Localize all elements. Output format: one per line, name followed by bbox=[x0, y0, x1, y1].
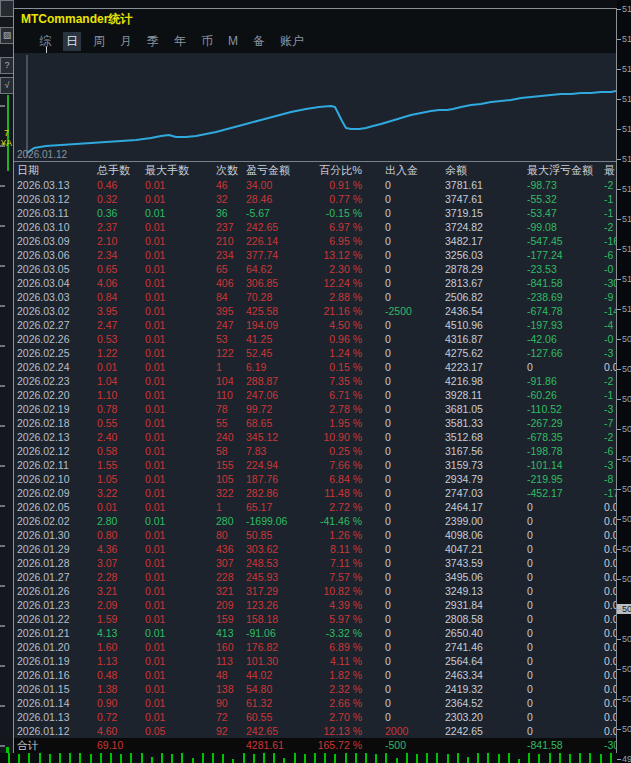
table-row[interactable]: 2026.02.022.800.01280-1699.06-41.46 %023… bbox=[14, 514, 616, 528]
table-row[interactable]: 2026.02.093.220.01322282.8611.48 %02747.… bbox=[14, 486, 616, 500]
grid-dash bbox=[0, 225, 5, 227]
cell: 1.55 bbox=[97, 458, 117, 472]
table-row[interactable]: 2026.03.130.460.014634.000.91 %03781.61-… bbox=[14, 178, 616, 192]
cell: -0.15 % bbox=[308, 206, 362, 220]
cell: 317.29 bbox=[246, 584, 278, 598]
cell: 2.80 bbox=[97, 514, 117, 528]
table-row[interactable]: 2026.01.272.280.01228245.937.57 %03495.0… bbox=[14, 570, 616, 584]
price-scale[interactable]: 5151515151515151515151505050505050505050… bbox=[617, 0, 631, 763]
table-row[interactable]: 2026.01.191.130.01113101.304.11 %02564.6… bbox=[14, 654, 616, 668]
table-row[interactable]: 2026.02.251.220.0112252.451.24 %04275.62… bbox=[14, 346, 616, 360]
table-row[interactable]: 2026.01.160.480.014844.021.82 %02463.340… bbox=[14, 668, 616, 682]
cell: 436 bbox=[216, 542, 234, 556]
equity-chart[interactable]: 2026.01.12 bbox=[14, 53, 616, 162]
cell: 0 bbox=[527, 654, 533, 668]
grid-dash bbox=[0, 465, 5, 467]
cell: -53.47 bbox=[527, 206, 557, 220]
cell: 2.72 % bbox=[308, 500, 362, 514]
cell: 228 bbox=[216, 570, 234, 584]
cell: 0 bbox=[385, 192, 391, 206]
cell: 0.01 bbox=[145, 388, 165, 402]
table-row[interactable]: 2026.01.130.720.017260.552.70 %02303.200… bbox=[14, 710, 616, 724]
table-row[interactable]: 2026.03.044.060.01406306.8512.24 %02813.… bbox=[14, 276, 616, 290]
toolbar-fragment-icon[interactable] bbox=[0, 0, 14, 17]
pattern-icon[interactable]: ▨ bbox=[0, 27, 14, 44]
cell: 2026.01.16 bbox=[17, 668, 70, 682]
price-tick: 50 bbox=[617, 334, 631, 344]
table-row[interactable]: 2026.02.101.050.01105187.766.84 %02934.7… bbox=[14, 472, 616, 486]
volume-bar bbox=[406, 753, 408, 763]
cell: 0 bbox=[385, 430, 391, 444]
table-row[interactable]: 2026.01.283.070.01307248.537.11 %03743.5… bbox=[14, 556, 616, 570]
table-row[interactable]: 2026.02.190.780.017899.722.78 %03681.05-… bbox=[14, 402, 616, 416]
tab-综[interactable]: 综 bbox=[36, 32, 54, 51]
panel-titlebar[interactable]: MTCommander统计 bbox=[14, 9, 616, 29]
cell: 2026.02.05 bbox=[17, 500, 70, 514]
table-row[interactable]: 2026.02.180.550.015568.651.95 %03581.33-… bbox=[14, 416, 616, 430]
table-row[interactable]: 2026.01.124.600.0592242.6512.13 %2000224… bbox=[14, 724, 616, 738]
help-icon[interactable]: ? bbox=[0, 57, 14, 74]
tab-日[interactable]: 日 bbox=[63, 32, 81, 51]
tab-币[interactable]: 币 bbox=[198, 32, 216, 51]
table-row[interactable]: 2026.03.062.340.01234377.7413.12 %03256.… bbox=[14, 248, 616, 262]
cell: 2026.01.13 bbox=[17, 710, 70, 724]
cell: 4316.87 bbox=[445, 332, 483, 346]
tab-账户[interactable]: 账户 bbox=[277, 32, 307, 51]
table-row[interactable]: 2026.01.221.590.01159158.185.97 %02808.5… bbox=[14, 612, 616, 626]
cell: 0.0 bbox=[604, 584, 616, 598]
table-row[interactable]: 2026.03.110.360.0136-5.67-0.15 %03719.15… bbox=[14, 206, 616, 220]
cell: 322 bbox=[216, 486, 234, 500]
cell: 盈亏金额 bbox=[246, 162, 290, 178]
cell: 2026.03.11 bbox=[17, 206, 69, 220]
grid-dash bbox=[0, 585, 5, 587]
table-row[interactable]: 2026.02.120.580.01587.830.25 %03167.56-1… bbox=[14, 444, 616, 458]
cell: 0.55 bbox=[97, 416, 117, 430]
table-row[interactable]: 2026.02.272.470.01247194.094.50 %04510.9… bbox=[14, 318, 616, 332]
cell: 123.26 bbox=[246, 598, 278, 612]
table-row[interactable]: 2026.02.050.010.01165.172.72 %02464.1700… bbox=[14, 500, 616, 514]
cell: 0.01 bbox=[145, 248, 165, 262]
cell: 248.53 bbox=[246, 556, 278, 570]
tab-年[interactable]: 年 bbox=[171, 32, 189, 51]
table-row[interactable]: 2026.02.260.530.015341.250.96 %04316.87-… bbox=[14, 332, 616, 346]
cell: 2399.00 bbox=[445, 514, 483, 528]
table-row[interactable]: 2026.01.214.130.01413-91.06-3.32 %02650.… bbox=[14, 626, 616, 640]
cell: 0.32 bbox=[97, 192, 117, 206]
cell: 0.01 bbox=[145, 598, 165, 612]
tab-月[interactable]: 月 bbox=[117, 32, 135, 51]
cell: 21.16 % bbox=[308, 304, 362, 318]
cell: 1.60 bbox=[97, 640, 117, 654]
check-icon[interactable]: √ bbox=[0, 77, 14, 94]
table-row[interactable]: 2026.01.300.800.018050.851.26 %04098.060… bbox=[14, 528, 616, 542]
table-row[interactable]: 2026.02.231.040.01104288.877.35 %04216.9… bbox=[14, 374, 616, 388]
tab-备[interactable]: 备 bbox=[250, 32, 268, 51]
cell: -219.95 bbox=[527, 472, 563, 486]
table-row[interactable]: 2026.03.102.370.01237242.656.97 %03724.8… bbox=[14, 220, 616, 234]
stats-table[interactable]: 日期总手数最大手数次数盈亏金额百分比%出入金余额最大浮亏金额最2026.03.1… bbox=[14, 162, 616, 753]
cell: 2242.65 bbox=[445, 724, 483, 738]
table-row[interactable]: 2026.01.201.600.01160176.826.89 %02741.4… bbox=[14, 640, 616, 654]
table-row[interactable]: 2026.03.050.650.016564.622.30 %02878.29-… bbox=[14, 262, 616, 276]
table-row[interactable]: 2026.01.263.210.01321317.2910.82 %03249.… bbox=[14, 584, 616, 598]
table-row[interactable]: 2026.02.201.100.01110247.066.71 %03928.1… bbox=[14, 388, 616, 402]
tab-季[interactable]: 季 bbox=[144, 32, 162, 51]
table-row[interactable]: 2026.02.132.400.01240345.1210.90 %03512.… bbox=[14, 430, 616, 444]
table-row[interactable]: 2026.01.294.360.01436303.628.11 %04047.2… bbox=[14, 542, 616, 556]
table-row[interactable]: 2026.03.030.840.018470.282.88 %02506.82-… bbox=[14, 290, 616, 304]
table-row[interactable]: 2026.01.140.900.019061.322.66 %02364.520… bbox=[14, 696, 616, 710]
table-row[interactable]: 2026.02.240.010.0116.190.15 %04223.1700.… bbox=[14, 360, 616, 374]
table-row[interactable]: 2026.03.092.100.01210226.146.95 %03482.1… bbox=[14, 234, 616, 248]
cell: 0 bbox=[385, 486, 391, 500]
cell: 176.82 bbox=[246, 640, 278, 654]
table-row[interactable]: 2026.02.111.550.01155224.947.66 %03159.7… bbox=[14, 458, 616, 472]
table-row[interactable]: 2026.03.120.320.013228.460.77 %03747.61-… bbox=[14, 192, 616, 206]
table-row[interactable]: 2026.01.151.380.0113854.802.32 %02419.32… bbox=[14, 682, 616, 696]
cell: 0.90 bbox=[97, 696, 117, 710]
table-row[interactable]: 2026.03.023.950.01395425.5821.16 %-25002… bbox=[14, 304, 616, 318]
cell: 280 bbox=[216, 514, 234, 528]
table-summary-row[interactable]: 合计69.104281.61165.72 %-500-841.58-30 bbox=[14, 738, 616, 753]
grid-dash bbox=[0, 145, 5, 147]
tab-周[interactable]: 周 bbox=[90, 32, 108, 51]
table-row[interactable]: 2026.01.232.090.01209123.264.39 %02931.8… bbox=[14, 598, 616, 612]
tab-M[interactable]: M bbox=[225, 33, 241, 49]
